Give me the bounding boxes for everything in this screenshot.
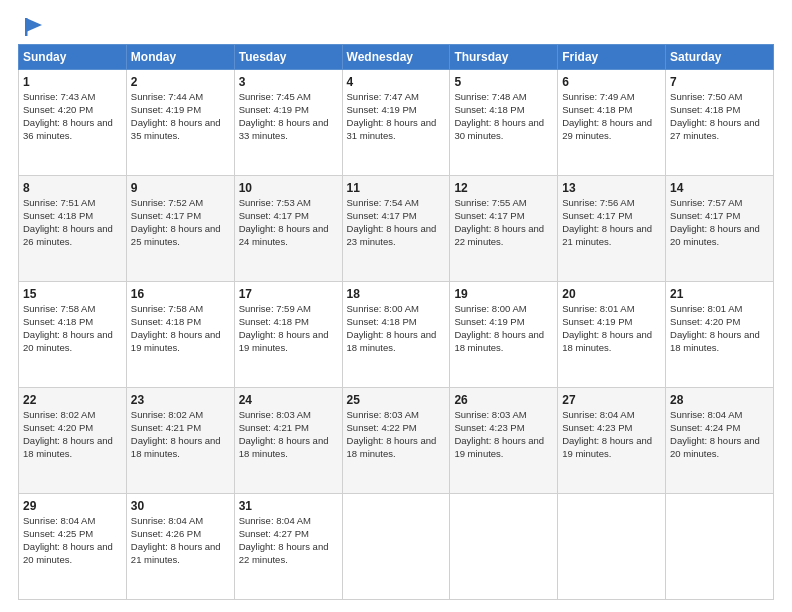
daylight-text: Daylight: 8 hours and 18 minutes.	[239, 435, 329, 459]
daylight-text: Daylight: 8 hours and 18 minutes.	[454, 329, 544, 353]
daylight-text: Daylight: 8 hours and 22 minutes.	[239, 541, 329, 565]
sunrise-text: Sunrise: 8:04 AM	[562, 409, 634, 420]
sunrise-text: Sunrise: 7:48 AM	[454, 91, 526, 102]
calendar-day-cell: 31Sunrise: 8:04 AMSunset: 4:27 PMDayligh…	[234, 494, 342, 600]
sunrise-text: Sunrise: 8:04 AM	[131, 515, 203, 526]
calendar-day-cell: 11Sunrise: 7:54 AMSunset: 4:17 PMDayligh…	[342, 176, 450, 282]
day-number: 27	[562, 392, 661, 408]
daylight-text: Daylight: 8 hours and 18 minutes.	[347, 435, 437, 459]
daylight-text: Daylight: 8 hours and 21 minutes.	[562, 223, 652, 247]
day-number: 10	[239, 180, 338, 196]
sunset-text: Sunset: 4:18 PM	[454, 104, 524, 115]
calendar-day-cell: 3Sunrise: 7:45 AMSunset: 4:19 PMDaylight…	[234, 70, 342, 176]
calendar-day-header: Thursday	[450, 45, 558, 70]
calendar-day-cell	[342, 494, 450, 600]
calendar-day-header: Wednesday	[342, 45, 450, 70]
sunset-text: Sunset: 4:19 PM	[562, 316, 632, 327]
sunrise-text: Sunrise: 7:50 AM	[670, 91, 742, 102]
day-number: 18	[347, 286, 446, 302]
calendar-day-header: Saturday	[666, 45, 774, 70]
sunset-text: Sunset: 4:17 PM	[131, 210, 201, 221]
day-number: 26	[454, 392, 553, 408]
calendar-day-cell: 13Sunrise: 7:56 AMSunset: 4:17 PMDayligh…	[558, 176, 666, 282]
daylight-text: Daylight: 8 hours and 33 minutes.	[239, 117, 329, 141]
sunrise-text: Sunrise: 8:03 AM	[454, 409, 526, 420]
calendar-day-cell: 17Sunrise: 7:59 AMSunset: 4:18 PMDayligh…	[234, 282, 342, 388]
daylight-text: Daylight: 8 hours and 29 minutes.	[562, 117, 652, 141]
calendar-day-cell: 15Sunrise: 7:58 AMSunset: 4:18 PMDayligh…	[19, 282, 127, 388]
sunrise-text: Sunrise: 8:04 AM	[23, 515, 95, 526]
sunrise-text: Sunrise: 7:59 AM	[239, 303, 311, 314]
calendar-day-cell: 16Sunrise: 7:58 AMSunset: 4:18 PMDayligh…	[126, 282, 234, 388]
daylight-text: Daylight: 8 hours and 25 minutes.	[131, 223, 221, 247]
day-number: 12	[454, 180, 553, 196]
calendar-day-cell: 18Sunrise: 8:00 AMSunset: 4:18 PMDayligh…	[342, 282, 450, 388]
day-number: 16	[131, 286, 230, 302]
daylight-text: Daylight: 8 hours and 24 minutes.	[239, 223, 329, 247]
sunrise-text: Sunrise: 8:03 AM	[347, 409, 419, 420]
daylight-text: Daylight: 8 hours and 20 minutes.	[23, 541, 113, 565]
daylight-text: Daylight: 8 hours and 18 minutes.	[670, 329, 760, 353]
sunrise-text: Sunrise: 7:58 AM	[131, 303, 203, 314]
sunset-text: Sunset: 4:23 PM	[454, 422, 524, 433]
sunrise-text: Sunrise: 7:44 AM	[131, 91, 203, 102]
calendar-day-cell: 14Sunrise: 7:57 AMSunset: 4:17 PMDayligh…	[666, 176, 774, 282]
daylight-text: Daylight: 8 hours and 26 minutes.	[23, 223, 113, 247]
calendar-day-cell: 29Sunrise: 8:04 AMSunset: 4:25 PMDayligh…	[19, 494, 127, 600]
daylight-text: Daylight: 8 hours and 19 minutes.	[454, 435, 544, 459]
sunset-text: Sunset: 4:18 PM	[562, 104, 632, 115]
sunset-text: Sunset: 4:19 PM	[131, 104, 201, 115]
sunset-text: Sunset: 4:24 PM	[670, 422, 740, 433]
calendar-day-cell: 26Sunrise: 8:03 AMSunset: 4:23 PMDayligh…	[450, 388, 558, 494]
sunset-text: Sunset: 4:17 PM	[562, 210, 632, 221]
daylight-text: Daylight: 8 hours and 35 minutes.	[131, 117, 221, 141]
sunset-text: Sunset: 4:18 PM	[670, 104, 740, 115]
svg-marker-0	[26, 18, 42, 32]
calendar-day-cell: 23Sunrise: 8:02 AMSunset: 4:21 PMDayligh…	[126, 388, 234, 494]
day-number: 30	[131, 498, 230, 514]
day-number: 24	[239, 392, 338, 408]
day-number: 23	[131, 392, 230, 408]
calendar-day-header: Monday	[126, 45, 234, 70]
page: SundayMondayTuesdayWednesdayThursdayFrid…	[0, 0, 792, 612]
calendar-day-cell: 5Sunrise: 7:48 AMSunset: 4:18 PMDaylight…	[450, 70, 558, 176]
day-number: 11	[347, 180, 446, 196]
daylight-text: Daylight: 8 hours and 20 minutes.	[23, 329, 113, 353]
daylight-text: Daylight: 8 hours and 31 minutes.	[347, 117, 437, 141]
sunset-text: Sunset: 4:25 PM	[23, 528, 93, 539]
day-number: 1	[23, 74, 122, 90]
sunset-text: Sunset: 4:17 PM	[454, 210, 524, 221]
day-number: 25	[347, 392, 446, 408]
day-number: 5	[454, 74, 553, 90]
sunset-text: Sunset: 4:21 PM	[131, 422, 201, 433]
sunset-text: Sunset: 4:21 PM	[239, 422, 309, 433]
calendar-day-cell: 6Sunrise: 7:49 AMSunset: 4:18 PMDaylight…	[558, 70, 666, 176]
sunset-text: Sunset: 4:23 PM	[562, 422, 632, 433]
sunrise-text: Sunrise: 7:51 AM	[23, 197, 95, 208]
sunset-text: Sunset: 4:18 PM	[23, 210, 93, 221]
sunset-text: Sunset: 4:19 PM	[347, 104, 417, 115]
day-number: 21	[670, 286, 769, 302]
daylight-text: Daylight: 8 hours and 20 minutes.	[670, 435, 760, 459]
calendar-day-cell: 30Sunrise: 8:04 AMSunset: 4:26 PMDayligh…	[126, 494, 234, 600]
sunrise-text: Sunrise: 7:45 AM	[239, 91, 311, 102]
day-number: 2	[131, 74, 230, 90]
calendar-week-row: 1Sunrise: 7:43 AMSunset: 4:20 PMDaylight…	[19, 70, 774, 176]
calendar-day-cell: 24Sunrise: 8:03 AMSunset: 4:21 PMDayligh…	[234, 388, 342, 494]
sunset-text: Sunset: 4:19 PM	[454, 316, 524, 327]
daylight-text: Daylight: 8 hours and 19 minutes.	[239, 329, 329, 353]
calendar-day-cell: 1Sunrise: 7:43 AMSunset: 4:20 PMDaylight…	[19, 70, 127, 176]
calendar-day-cell	[558, 494, 666, 600]
calendar-week-row: 29Sunrise: 8:04 AMSunset: 4:25 PMDayligh…	[19, 494, 774, 600]
sunrise-text: Sunrise: 7:55 AM	[454, 197, 526, 208]
calendar-day-cell: 10Sunrise: 7:53 AMSunset: 4:17 PMDayligh…	[234, 176, 342, 282]
sunrise-text: Sunrise: 8:02 AM	[131, 409, 203, 420]
calendar-day-header: Tuesday	[234, 45, 342, 70]
sunset-text: Sunset: 4:18 PM	[23, 316, 93, 327]
sunset-text: Sunset: 4:18 PM	[347, 316, 417, 327]
calendar-day-header: Friday	[558, 45, 666, 70]
sunset-text: Sunset: 4:20 PM	[23, 422, 93, 433]
sunset-text: Sunset: 4:20 PM	[23, 104, 93, 115]
svg-rect-1	[25, 18, 28, 36]
day-number: 9	[131, 180, 230, 196]
